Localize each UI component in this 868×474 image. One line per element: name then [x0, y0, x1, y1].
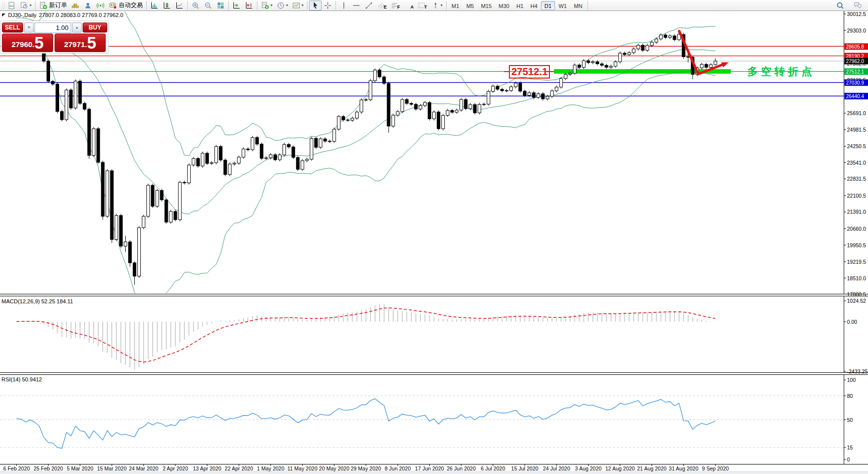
news-signal-button[interactable]	[94, 1, 107, 11]
timeframe-h4[interactable]: H4	[527, 1, 541, 10]
toolbar-separator	[228, 1, 229, 10]
bar-chart-mode-button[interactable]	[148, 1, 161, 11]
zoom-out-button[interactable]	[202, 1, 214, 11]
sell-button[interactable]: SELL	[2, 23, 23, 33]
macd-rsi-separator[interactable]	[0, 372, 868, 375]
annotation-note[interactable]: 多空转折点	[747, 65, 815, 79]
timeframe-m30[interactable]: M30	[495, 1, 513, 10]
macd-signal-line	[17, 308, 715, 362]
toolbar-group: EFAT▾	[338, 0, 445, 11]
volume-input[interactable]: 1.00	[35, 23, 71, 33]
auto-scroll-button[interactable]	[230, 1, 243, 11]
chart-shift-button[interactable]	[243, 1, 255, 11]
periods-icon	[276, 2, 285, 10]
sell-price-display[interactable]: 27960.5	[2, 34, 53, 52]
trend-arrow-object[interactable]	[679, 31, 729, 74]
zoom-in-button[interactable]	[189, 1, 202, 11]
spinner-up-icon: ▲	[75, 26, 79, 29]
text-label-letter: T	[424, 5, 427, 10]
buy-price-display[interactable]: 27971.5	[55, 34, 106, 52]
price-tick-label: 18510.0	[847, 275, 866, 281]
chat-button[interactable]	[851, 1, 864, 11]
horizontal-line-button[interactable]	[350, 1, 363, 11]
date-label: 1 May 2020	[257, 465, 284, 471]
quotes-button[interactable]	[69, 1, 82, 11]
rsi-scale-label: 15	[847, 444, 853, 450]
timeframe-h1[interactable]: H1	[513, 1, 527, 10]
periods-dropdown-icon: ▾	[286, 3, 288, 8]
bar-chart-mode-icon	[150, 2, 159, 10]
toolbar-group	[230, 0, 255, 11]
date-label: 8 Jun 2020	[385, 465, 411, 471]
mql5-community-button[interactable]	[82, 1, 94, 11]
chart-marker-icon	[2, 14, 6, 17]
rsi-indicator-label: RSI(14) 50.9412	[2, 376, 42, 382]
arrows-dropdown-icon: ▾	[441, 3, 443, 8]
support-band-object[interactable]	[554, 69, 731, 74]
text-label-button[interactable]: T	[416, 1, 429, 11]
new-chart-button[interactable]	[6, 1, 18, 11]
toolbar-separator	[588, 1, 588, 10]
trendline-button[interactable]	[363, 1, 375, 11]
date-label: 11 May 2020	[287, 465, 318, 471]
templates-button[interactable]: ▾	[290, 1, 306, 11]
support-level-label[interactable]: 27512.1	[509, 65, 550, 79]
timeframe-m5[interactable]: M5	[463, 1, 477, 10]
macd-scale-label: 0.00	[847, 319, 857, 325]
indicators-dropdown-icon: ▾	[270, 3, 272, 8]
toolbar-group: 新订单自动交易	[37, 0, 145, 11]
vertical-line-button[interactable]	[338, 1, 350, 11]
date-label: 31 Aug 2020	[669, 465, 698, 471]
buy-button[interactable]: BUY	[83, 23, 107, 33]
volume-decrease-button[interactable]: ▼	[24, 23, 34, 33]
arrows-icon	[431, 2, 440, 10]
toolbar-group: ▾	[6, 0, 34, 11]
timeframe-w1[interactable]: W1	[555, 1, 570, 10]
timeframe-mn[interactable]: MN	[570, 1, 586, 10]
tile-windows-button[interactable]	[214, 1, 227, 11]
toolbar-drag-handle	[2, 2, 5, 9]
date-label: 15 Jul 2020	[511, 465, 538, 471]
arrows-button[interactable]: ▾	[429, 1, 445, 11]
timeframe-d1[interactable]: D1	[541, 1, 555, 10]
date-label: 12 Aug 2020	[605, 465, 635, 471]
text-button[interactable]: A	[402, 1, 416, 11]
date-label: 22 Apr 2020	[225, 465, 253, 471]
main-pane[interactable]	[0, 0, 844, 302]
ohlc-values: 27807.0 28083.0 27769.0 27962.0	[39, 12, 123, 18]
toolbar-separator	[307, 1, 308, 10]
timeframe-m15[interactable]: M15	[477, 1, 495, 10]
crosshair-button[interactable]	[322, 1, 334, 11]
fibonacci-button[interactable]: F	[389, 1, 402, 11]
toolbar-group	[309, 0, 334, 11]
candlestick-mode-button[interactable]	[161, 1, 173, 11]
price-tick-label: 24981.5	[847, 127, 866, 133]
date-axis-line	[0, 464, 868, 464]
auto-trading-button[interactable]: 自动交易	[107, 1, 145, 11]
vertical-line-icon	[340, 2, 348, 10]
price-badge: 26440.4	[844, 93, 868, 99]
macd-scale-label: -2433.25	[847, 368, 867, 374]
periods-button[interactable]: ▾	[274, 1, 290, 11]
trendline-icon	[365, 2, 373, 10]
toolbar-group: ▾▾▾	[259, 0, 306, 11]
line-chart-mode-button[interactable]	[173, 1, 186, 11]
date-label: 6 Jul 2020	[481, 465, 505, 471]
search-button[interactable]	[834, 1, 846, 11]
equidistant-channel-button[interactable]: E	[375, 1, 389, 11]
indicators-icon	[261, 2, 269, 10]
price-tick-label: 22831.5	[847, 176, 866, 182]
price-badge: 27962.0	[844, 58, 868, 65]
profiles-button[interactable]: ▾	[18, 1, 34, 11]
cursor-button[interactable]	[309, 1, 322, 11]
main-macd-separator[interactable]	[0, 294, 868, 296]
volume-increase-button[interactable]: ▲	[72, 23, 82, 33]
timeframe-m1[interactable]: M1	[448, 1, 463, 10]
rsi-line	[17, 399, 715, 448]
date-label: 24 Jul 2020	[543, 465, 570, 471]
rsi-pane[interactable]	[0, 396, 844, 448]
templates-dropdown-icon: ▾	[302, 3, 304, 8]
indicators-button[interactable]: ▾	[259, 1, 274, 11]
new-order-button[interactable]: 新订单	[37, 1, 69, 11]
macd-pane[interactable]	[17, 304, 715, 370]
